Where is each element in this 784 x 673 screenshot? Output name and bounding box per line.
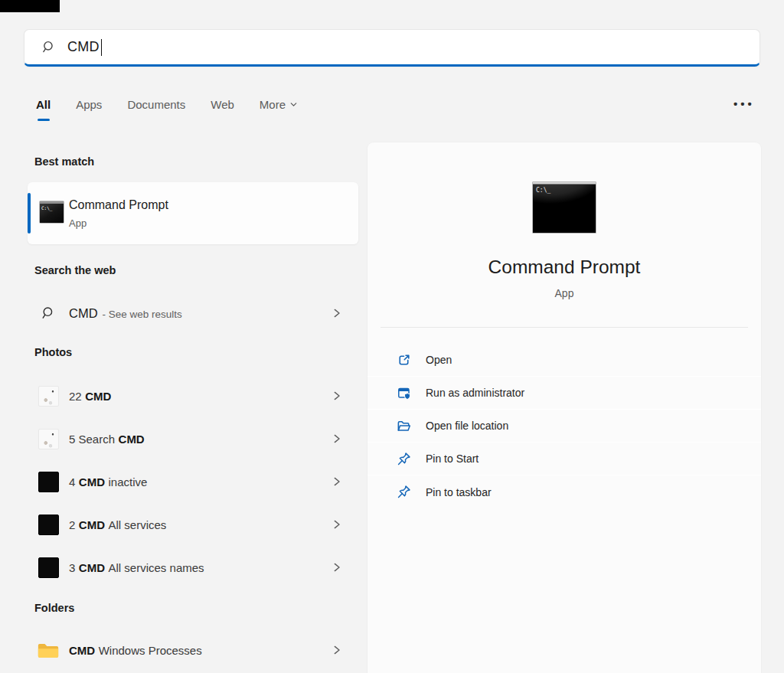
result-text-pre: 2 xyxy=(69,518,75,531)
preview-app-type: App xyxy=(368,287,761,299)
chevron-right-icon[interactable] xyxy=(332,391,341,401)
photo-thumbnail xyxy=(38,515,59,535)
photo-thumbnail xyxy=(38,386,59,407)
chevron-down-icon xyxy=(289,100,298,109)
search-query: CMD xyxy=(67,39,100,55)
open-folder-icon xyxy=(396,418,412,434)
chevron-right-icon[interactable] xyxy=(332,563,341,573)
search-icon xyxy=(41,305,56,321)
result-text-match: CMD xyxy=(79,475,105,488)
action-list: Open Run as administrator Open file loca… xyxy=(368,344,761,508)
command-prompt-icon-large: C:\_ xyxy=(532,181,596,234)
folder-result-row[interactable]: CMD Windows Processes xyxy=(28,632,358,668)
pin-icon xyxy=(396,451,412,467)
options-ellipsis-button[interactable]: ••• xyxy=(726,93,763,114)
result-text-post: All services names xyxy=(109,561,204,574)
command-prompt-icon: C:\_ xyxy=(39,201,64,224)
tab-documents[interactable]: Documents xyxy=(127,98,185,121)
action-run-as-administrator[interactable]: Run as administrator xyxy=(368,377,761,410)
search-input[interactable]: CMD xyxy=(24,29,760,67)
action-open-file-location[interactable]: Open file location xyxy=(368,410,761,443)
action-open[interactable]: Open xyxy=(368,344,761,377)
chevron-right-icon[interactable] xyxy=(332,434,341,444)
result-text-pre: 3 xyxy=(69,561,75,574)
action-label: Open file location xyxy=(426,420,508,432)
result-text-post: inactive xyxy=(109,475,148,488)
preview-app-title: Command Prompt xyxy=(368,256,761,278)
action-pin-to-start[interactable]: Pin to Start xyxy=(368,443,761,475)
web-suffix-text: - See web results xyxy=(103,309,182,320)
best-match-result-command-prompt[interactable]: C:\_ Command Prompt App xyxy=(28,182,358,244)
action-label: Run as administrator xyxy=(426,387,524,399)
selection-accent-bar xyxy=(28,193,31,234)
preview-panel: C:\_ Command Prompt App Open Run as admi… xyxy=(368,142,761,673)
tab-more-label: More xyxy=(260,98,286,111)
photo-thumbnail xyxy=(38,557,59,578)
folders-heading: Folders xyxy=(34,602,74,614)
admin-shield-icon xyxy=(396,385,412,401)
result-text-pre: 4 xyxy=(69,475,75,488)
result-text-match: CMD xyxy=(79,518,105,531)
screen-corner-artifact xyxy=(0,0,60,12)
chevron-right-icon[interactable] xyxy=(332,520,341,530)
result-text-pre: 5 Search xyxy=(69,433,115,446)
photo-result-row[interactable]: 22 CMD xyxy=(28,377,358,414)
tab-apps[interactable]: Apps xyxy=(76,98,102,121)
photo-result-row[interactable]: 3 CMD All services names xyxy=(28,549,358,586)
photo-result-row[interactable]: 5 Search CMD xyxy=(28,420,358,457)
search-filter-tabs: All Apps Documents Web More xyxy=(36,98,298,121)
divider xyxy=(381,327,748,328)
best-match-subtitle: App xyxy=(69,217,87,229)
result-text-pre: 22 xyxy=(69,390,82,403)
best-match-title: Command Prompt xyxy=(69,198,168,212)
chevron-right-icon[interactable] xyxy=(332,477,341,487)
search-web-heading: Search the web xyxy=(34,264,116,276)
best-match-heading: Best match xyxy=(34,155,94,168)
action-label: Pin to Start xyxy=(426,452,479,465)
tab-documents-label: Documents xyxy=(127,98,185,111)
tab-apps-label: Apps xyxy=(76,98,102,111)
action-pin-to-taskbar[interactable]: Pin to taskbar xyxy=(368,475,761,508)
photo-result-row[interactable]: 4 CMD inactive xyxy=(28,463,358,500)
photo-result-row[interactable]: 2 CMD All services xyxy=(28,506,358,543)
web-result-row[interactable]: CMD - See web results xyxy=(28,295,358,332)
tab-web-label: Web xyxy=(211,98,234,111)
result-text-match: CMD xyxy=(85,390,111,403)
text-caret xyxy=(101,39,103,56)
action-label: Pin to taskbar xyxy=(426,486,492,498)
chevron-right-icon[interactable] xyxy=(332,645,341,655)
web-query-text: CMD xyxy=(69,306,98,321)
search-icon xyxy=(41,40,56,54)
action-label: Open xyxy=(426,354,452,366)
tab-all[interactable]: All xyxy=(36,98,51,121)
result-text-post: All services xyxy=(109,518,167,531)
photo-thumbnail xyxy=(38,429,59,449)
result-text-match: CMD xyxy=(79,561,105,574)
folder-icon xyxy=(37,641,60,660)
photo-thumbnail xyxy=(38,472,59,492)
chevron-right-icon[interactable] xyxy=(332,309,341,319)
result-text-match: CMD xyxy=(119,433,145,446)
tab-web[interactable]: Web xyxy=(211,98,234,121)
tab-more[interactable]: More xyxy=(260,98,298,121)
open-icon xyxy=(396,352,412,368)
photos-heading: Photos xyxy=(34,346,72,358)
pin-icon xyxy=(396,484,412,500)
tab-all-label: All xyxy=(36,98,51,111)
result-text-match: CMD xyxy=(69,644,95,657)
result-text-post: Windows Processes xyxy=(99,644,202,657)
